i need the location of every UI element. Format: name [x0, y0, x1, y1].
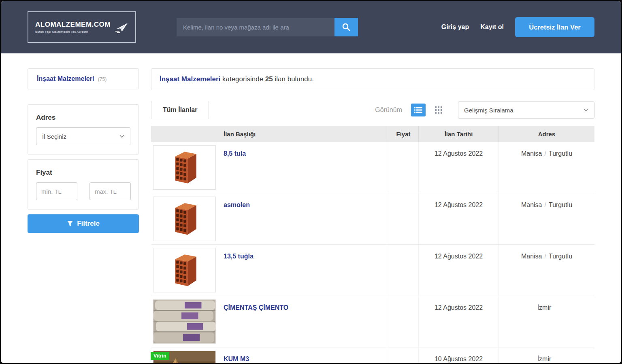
listing-city: Manisa: [521, 150, 542, 157]
list-view-button[interactable]: [411, 104, 426, 116]
header-price-col: Fiyat: [388, 126, 418, 142]
logo-tagline: Bütün Yapı Malzemeleri Tek Adreste: [35, 30, 111, 34]
listing-address: İzmir: [498, 296, 594, 347]
price-inputs: [36, 182, 130, 200]
tab-all-listings[interactable]: Tüm İlanlar: [151, 101, 209, 119]
listing-address: Manisa/Turgutlu: [498, 142, 594, 193]
toolbar-right: Görünüm: [375, 102, 594, 119]
header-address-col: Adres: [498, 126, 594, 142]
address-filter-card: Adres İl Seçiniz: [28, 104, 139, 154]
listing-address: Manisa/Turgutlu: [498, 245, 594, 296]
auth-links: Giriş yap Kayıt ol Ücretsiz İlan Ver: [441, 17, 594, 37]
top-header: ALOMALZEMEM.COM Bütün Yapı Malzemeleri T…: [1, 1, 621, 53]
results-summary-middle: kategorisinde: [222, 75, 263, 83]
listing-price: [388, 245, 418, 296]
listing-thumbnail[interactable]: [153, 248, 216, 292]
site-logo[interactable]: ALOMALZEMEM.COM Bütün Yapı Malzemeleri T…: [28, 11, 136, 43]
listing-title-link[interactable]: 8,5 tula: [224, 150, 246, 157]
sidebar-category-link[interactable]: İnşaat Malzemeleri: [37, 75, 94, 82]
post-ad-button[interactable]: Ücretsiz İlan Ver: [515, 17, 594, 37]
chevron-down-icon: [584, 108, 588, 112]
table-row: ÇİMENTAŞ ÇİMENTO 12 Ağustos 2022 İzmir: [151, 296, 594, 347]
filter-button[interactable]: Filtrele: [28, 214, 139, 233]
page: ALOMALZEMEM.COM Bütün Yapı Malzemeleri T…: [1, 1, 621, 363]
address-separator: /: [545, 253, 546, 260]
view-label: Görünüm: [375, 106, 402, 114]
search-icon: [342, 23, 351, 32]
search-bar: [177, 18, 358, 36]
register-link[interactable]: Kayıt ol: [480, 23, 504, 31]
listing-city: İzmir: [537, 356, 552, 362]
category-count: (75): [98, 76, 107, 82]
listing-title-link[interactable]: 13,5 tuğla: [224, 253, 253, 260]
brick-image: [170, 148, 199, 187]
results-summary: İnşaat Malzemeleri kategorisinde 25 ilan…: [151, 68, 594, 90]
results-count: 25: [265, 75, 273, 83]
results-category-link[interactable]: İnşaat Malzemeleri: [160, 75, 220, 83]
results-summary-suffix: ilan bulundu.: [275, 75, 314, 83]
chevron-down-icon: [119, 135, 124, 138]
listing-thumbnail[interactable]: Vitrin: [153, 351, 216, 363]
search-button[interactable]: [334, 18, 358, 36]
category-card: İnşaat Malzemeleri (75): [28, 68, 139, 89]
listing-price: [388, 193, 418, 244]
logo-title: ALOMALZEMEM.COM: [35, 21, 111, 29]
filters-sidebar: İnşaat Malzemeleri (75) Adres İl Seçiniz…: [28, 68, 139, 363]
address-separator: /: [545, 150, 546, 157]
cement-bags-image: [153, 300, 215, 343]
city-select-value: İl Seçiniz: [42, 133, 66, 140]
grid-view-button[interactable]: [431, 104, 446, 116]
listing-district: Turgutlu: [549, 201, 572, 208]
header-date-col: İlan Tarihi: [418, 126, 498, 142]
price-filter-card: Fiyat: [28, 159, 139, 210]
listing-district: Turgutlu: [549, 253, 572, 260]
list-view-icon: [414, 107, 422, 113]
brick-image: [170, 250, 199, 290]
listing-price: [388, 142, 418, 193]
listing-date: 12 Ağustos 2022: [418, 193, 498, 244]
header-title-col: İlan Başlığı: [218, 131, 388, 138]
listing-date: 10 Ağustos 2022: [418, 347, 498, 363]
listing-thumbnail[interactable]: [153, 197, 216, 241]
listing-price: [388, 296, 418, 347]
price-min-input[interactable]: [36, 182, 77, 200]
city-select[interactable]: İl Seçiniz: [36, 127, 130, 145]
listing-thumbnail[interactable]: [153, 299, 216, 344]
results-main: İnşaat Malzemeleri kategorisinde 25 ilan…: [151, 68, 594, 363]
search-input[interactable]: [177, 18, 334, 36]
sort-select-value: Gelişmiş Sıralama: [464, 107, 513, 114]
filter-icon: [67, 220, 73, 227]
listing-title-link[interactable]: ÇİMENTAŞ ÇİMENTO: [224, 304, 288, 311]
listing-title-link[interactable]: KUM M3: [224, 356, 249, 362]
listing-city: Manisa: [521, 253, 542, 260]
listing-district: Turgutlu: [549, 150, 572, 157]
address-separator: /: [545, 201, 546, 208]
listing-date: 12 Ağustos 2022: [418, 245, 498, 296]
listings-table: İlan Başlığı Fiyat İlan Tarihi Adres: [151, 126, 594, 363]
table-row: asmolen 12 Ağustos 2022 Manisa/Turgutlu: [151, 193, 594, 245]
listing-city: Manisa: [521, 201, 542, 208]
price-filter-title: Fiyat: [36, 169, 130, 177]
filter-button-label: Filtrele: [77, 220, 100, 228]
listing-address: İzmir: [498, 347, 594, 363]
listing-thumbnail[interactable]: [153, 145, 216, 190]
listings-toolbar: Tüm İlanlar Görünüm: [151, 101, 594, 119]
listing-date: 12 Ağustos 2022: [418, 142, 498, 193]
listing-date: 12 Ağustos 2022: [418, 296, 498, 347]
listing-price: [388, 347, 418, 363]
table-row: Vitrin KUM M3: [151, 347, 594, 363]
brick-image: [170, 199, 199, 239]
address-filter-title: Adres: [36, 114, 130, 122]
listing-address: Manisa/Turgutlu: [498, 193, 594, 244]
login-link[interactable]: Giriş yap: [441, 23, 469, 31]
table-row: 13,5 tuğla 12 Ağustos 2022 Manisa/Turgut…: [151, 245, 594, 296]
price-max-input[interactable]: [89, 182, 131, 200]
table-header-row: İlan Başlığı Fiyat İlan Tarihi Adres: [151, 126, 594, 142]
listing-city: İzmir: [537, 304, 552, 311]
listing-title-link[interactable]: asmolen: [224, 201, 250, 208]
content-area: İnşaat Malzemeleri (75) Adres İl Seçiniz…: [1, 53, 621, 363]
table-row: 8,5 tula 12 Ağustos 2022 Manisa/Turgutlu: [151, 142, 594, 193]
sort-select[interactable]: Gelişmiş Sıralama: [458, 102, 594, 119]
paper-plane-icon: [115, 21, 128, 33]
grid-view-icon: [435, 106, 442, 114]
